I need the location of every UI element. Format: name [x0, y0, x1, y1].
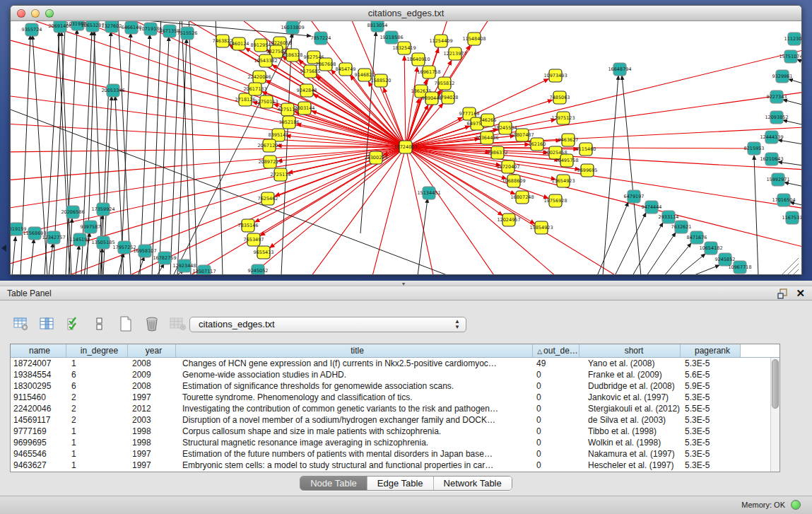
graph-node[interactable]: 8215953: [744, 142, 765, 155]
graph-node[interactable]: 22420046: [247, 71, 271, 83]
table-cell[interactable]: 18300295: [11, 380, 66, 392]
panel-collapse-arrow-icon[interactable]: [1, 245, 6, 252]
close-panel-icon[interactable]: ✕: [796, 287, 805, 300]
table-cell[interactable]: 1: [66, 437, 128, 448]
table-cell[interactable]: 5.3E-5: [681, 426, 741, 437]
table-cell[interactable]: Disruption of a novel member of a sodium…: [176, 414, 533, 426]
table-row[interactable]: 1872400712008Changes of HCN gene express…: [11, 358, 779, 369]
graph-node[interactable]: 9245052: [248, 264, 269, 274]
graph-node[interactable]: 7625462: [258, 192, 278, 205]
select-rows-icon[interactable]: [65, 315, 82, 332]
table-row[interactable]: 977716911998Corpus callosum shape and si…: [11, 426, 779, 437]
graph-node[interactable]: 2725114: [271, 168, 291, 181]
graph-node[interactable]: 12750113: [254, 95, 278, 108]
table-cell[interactable]: Genome-wide association studies in ADHD.: [176, 369, 533, 380]
graph-node[interactable]: 15992971: [766, 173, 789, 186]
table-cell[interactable]: 2009: [128, 369, 176, 380]
table-cell[interactable]: 0: [533, 460, 579, 471]
column-header-year[interactable]: year: [128, 344, 176, 357]
graph-node[interactable]: 13654923: [551, 175, 575, 187]
column-header-in_degree[interactable]: in_degree: [66, 344, 128, 357]
table-cell[interactable]: 19384554: [11, 369, 66, 380]
graph-node[interactable]: 19756928: [543, 194, 567, 207]
table-cell[interactable]: 5.6E-5: [681, 369, 741, 380]
select-column-icon[interactable]: [39, 315, 56, 332]
table-cell[interactable]: 6: [66, 380, 128, 392]
graph-node[interactable]: 9474444: [642, 201, 662, 214]
table-row[interactable]: 1830029562008Estimation of significance …: [11, 380, 779, 392]
graph-node[interactable]: 7835146: [238, 219, 259, 232]
panel-splitter[interactable]: ▾: [0, 281, 812, 286]
graph-node[interactable]: 9655413: [254, 246, 274, 259]
table-cell[interactable]: 0: [533, 403, 579, 414]
graph-node[interactable]: 13505185: [91, 236, 114, 249]
graph-node[interactable]: 1112304: [784, 33, 801, 45]
table-cell[interactable]: 0: [533, 414, 579, 426]
graph-node[interactable]: 12093852: [765, 111, 788, 124]
table-cell[interactable]: Estimation of significance thresholds fo…: [176, 380, 533, 392]
row-height-icon[interactable]: [91, 315, 108, 332]
table-cell[interactable]: 1: [66, 460, 128, 471]
table-cell[interactable]: de Silva et al. (2003): [579, 414, 681, 426]
graph-node[interactable]: 17016504: [772, 194, 795, 206]
table-cell[interactable]: 2: [66, 414, 128, 426]
table-cell[interactable]: Dudbridge et al. (2008): [579, 380, 681, 392]
table-row[interactable]: 1456911722003Disruption of a novel membe…: [11, 414, 779, 426]
table-cell[interactable]: 14569117: [11, 414, 66, 426]
table-cell[interactable]: 1997: [128, 392, 176, 403]
table-cell[interactable]: 2003: [128, 414, 176, 426]
tab-network-table[interactable]: Network Table: [434, 477, 512, 490]
table-cell[interactable]: Investigating the contribution of common…: [176, 403, 533, 414]
column-header-short[interactable]: short: [579, 344, 681, 357]
table-cell[interactable]: Stergiakouli et al. (2012): [579, 403, 681, 414]
table-row[interactable]: 1938455462009Genome-wide association stu…: [11, 369, 779, 380]
table-cell[interactable]: 1: [66, 358, 128, 369]
table-cell[interactable]: Embryonic stem cells: a model to study s…: [176, 460, 533, 471]
graph-node[interactable]: 11254409: [429, 35, 452, 47]
table-cell[interactable]: 9463627: [11, 460, 66, 471]
graph-node[interactable]: 10973493: [543, 69, 567, 82]
table-row[interactable]: 2242004622012Investigating the contribut…: [11, 403, 779, 414]
table-cell[interactable]: 9699695: [11, 437, 66, 448]
table-cell[interactable]: 5.3E-5: [681, 437, 741, 448]
table-cell[interactable]: 1998: [128, 426, 176, 437]
table-cell[interactable]: 18724007: [11, 358, 66, 369]
scrollbar-thumb[interactable]: [772, 359, 779, 409]
table-cell[interactable]: 0: [533, 369, 579, 380]
table-cell[interactable]: 0: [533, 437, 579, 448]
table-cell[interactable]: Jankovic et al. (1997): [579, 392, 681, 403]
table-cell[interactable]: Changes of HCN gene expression and I(f) …: [176, 358, 533, 369]
table-cell[interactable]: 5.3E-5: [681, 414, 741, 426]
table-cell[interactable]: 22420046: [11, 403, 66, 414]
table-cell[interactable]: 5.3E-5: [681, 448, 741, 460]
graph-node[interactable]: 9463627: [558, 134, 579, 146]
network-window-titlebar[interactable]: citations_edges.txt: [11, 6, 801, 21]
table-cell[interactable]: 1997: [128, 460, 176, 471]
graph-node[interactable]: 10654182: [699, 242, 722, 255]
table-select-dropdown[interactable]: citations_edges.txt ▲▼: [189, 317, 466, 332]
tab-node-table[interactable]: Node Table: [300, 477, 367, 490]
graph-node[interactable]: 1145194: [70, 233, 90, 246]
graph-node[interactable]: 16648794: [608, 63, 631, 76]
table-cell[interactable]: Estimation of the future numbers of pati…: [176, 448, 533, 460]
table-vertical-scrollbar[interactable]: [770, 358, 779, 472]
table-cell[interactable]: 5.9E-5: [681, 380, 741, 392]
table-cell[interactable]: Franke et al. (2009): [579, 369, 681, 380]
table-cell[interactable]: 1998: [128, 437, 176, 448]
table-cell[interactable]: Wolkin et al. (1998): [579, 437, 681, 448]
graph-node[interactable]: 12444139: [760, 131, 783, 144]
table-cell[interactable]: 49: [533, 358, 579, 369]
delete-trash-icon[interactable]: [143, 315, 160, 332]
graph-node[interactable]: 15134451: [417, 187, 440, 199]
graph-node[interactable]: 12975123: [551, 112, 575, 124]
graph-node[interactable]: 162160: [529, 138, 546, 151]
graph-node[interactable]: 7485063: [550, 91, 570, 104]
table-cell[interactable]: 9465546: [11, 448, 66, 460]
graph-node[interactable]: 8813054: [367, 21, 388, 32]
table-cell[interactable]: 6: [66, 369, 128, 380]
table-cell[interactable]: 1: [66, 426, 128, 437]
tab-edge-table[interactable]: Edge Table: [367, 477, 434, 490]
graph-node[interactable]: 8471676: [687, 231, 707, 244]
table-cell[interactable]: 0: [533, 392, 579, 403]
column-header-name[interactable]: name: [11, 344, 66, 357]
